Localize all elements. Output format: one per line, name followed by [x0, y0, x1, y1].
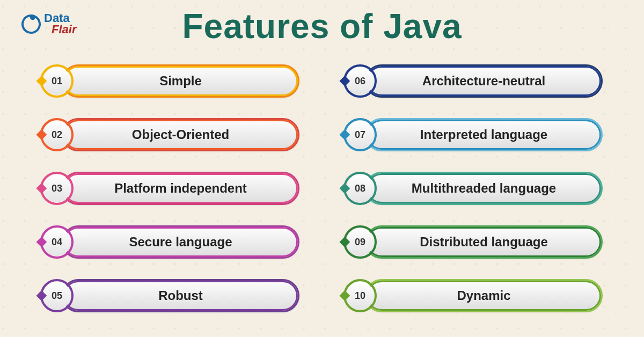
- feature-pill: 06 Architecture-neutral: [367, 66, 601, 96]
- feature-pill: 04 Secure language: [63, 227, 298, 257]
- feature-label: Distributed language: [420, 235, 548, 250]
- logo-icon: [19, 12, 43, 36]
- feature-label: Robust: [158, 288, 203, 303]
- feature-pill: 03 Platform independent: [63, 173, 298, 203]
- feature-label: Simple: [159, 74, 202, 89]
- feature-pill: 05 Robust: [63, 281, 298, 311]
- feature-item: 02 Object-Oriented: [43, 116, 298, 153]
- feature-label: Object-Oriented: [132, 127, 229, 142]
- feature-item: 09 Distributed language: [346, 223, 601, 261]
- feature-label: Interpreted language: [420, 127, 547, 142]
- logo-text: Data Flair: [44, 13, 76, 35]
- page-title: Features of Java: [0, 0, 644, 46]
- feature-label: Multithreaded language: [412, 181, 556, 196]
- feature-pill: 01 Simple: [63, 66, 298, 96]
- feature-item: 07 Interpreted language: [346, 116, 601, 153]
- features-grid: 01 Simple 02 Object-Oriented 03 Platform…: [0, 46, 644, 314]
- feature-item: 06 Architecture-neutral: [346, 62, 601, 100]
- feature-pill: 10 Dynamic: [367, 281, 601, 311]
- feature-label: Architecture-neutral: [422, 74, 545, 89]
- feature-label: Secure language: [129, 235, 232, 250]
- brand-logo: Data Flair: [21, 13, 76, 35]
- feature-number-badge: 04: [43, 228, 71, 256]
- feature-pill: 02 Object-Oriented: [63, 120, 298, 150]
- feature-number-badge: 06: [346, 67, 374, 95]
- feature-number-badge: 09: [346, 228, 374, 256]
- feature-item: 04 Secure language: [43, 223, 298, 261]
- feature-number-badge: 01: [43, 67, 71, 95]
- feature-pill: 09 Distributed language: [367, 227, 601, 257]
- feature-number-badge: 07: [346, 121, 374, 149]
- feature-item: 05 Robust: [43, 277, 298, 314]
- feature-item: 08 Multithreaded language: [346, 170, 601, 207]
- feature-item: 10 Dynamic: [346, 277, 601, 314]
- feature-number-badge: 05: [43, 282, 71, 310]
- feature-label: Platform independent: [114, 181, 247, 196]
- feature-number-badge: 10: [346, 282, 374, 310]
- feature-pill: 08 Multithreaded language: [367, 173, 601, 203]
- feature-item: 03 Platform independent: [43, 170, 298, 207]
- feature-item: 01 Simple: [43, 62, 298, 100]
- feature-number-badge: 08: [346, 174, 374, 202]
- feature-pill: 07 Interpreted language: [367, 120, 601, 150]
- feature-label: Dynamic: [457, 288, 510, 303]
- feature-number-badge: 02: [43, 121, 71, 149]
- feature-number-badge: 03: [43, 174, 71, 202]
- logo-line-2: Flair: [44, 24, 76, 35]
